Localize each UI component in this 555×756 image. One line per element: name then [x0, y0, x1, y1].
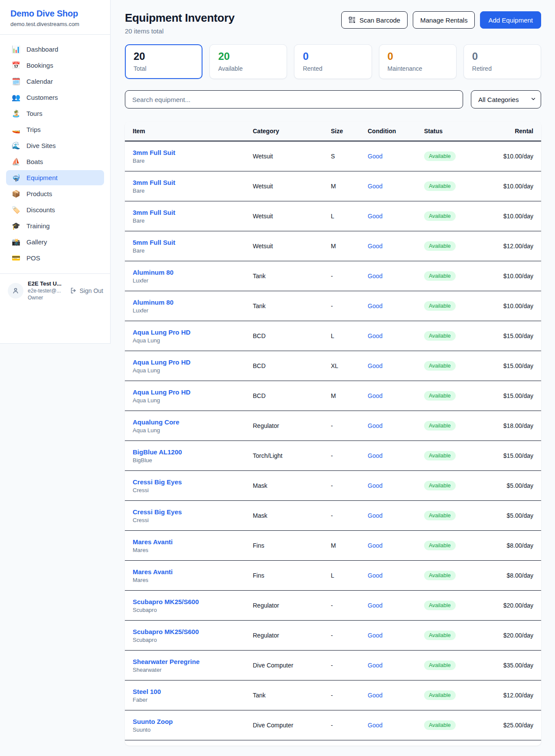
person-icon: [12, 287, 20, 295]
condition-link[interactable]: Good: [368, 153, 382, 160]
size-cell: -: [331, 722, 368, 729]
sidebar-item-trips[interactable]: 🚤 Trips: [6, 122, 104, 137]
item-link[interactable]: Aluminum 80: [133, 299, 253, 306]
sidebar-item-gallery[interactable]: 📸 Gallery: [6, 234, 104, 250]
sidebar-item-products[interactable]: 📦 Products: [6, 186, 104, 201]
item-brand: Bare: [133, 217, 253, 224]
stat-label: Retired: [472, 65, 532, 72]
sidebar-item-bookings[interactable]: 📅 Bookings: [6, 58, 104, 73]
condition-link[interactable]: Good: [368, 632, 382, 639]
sidebar-item-equipment[interactable]: 🤿 Equipment: [6, 170, 104, 185]
stat-card-maintenance[interactable]: 0 Maintenance: [379, 44, 457, 79]
category-select[interactable]: All Categories: [471, 90, 541, 108]
condition-link[interactable]: Good: [368, 452, 382, 459]
condition-link[interactable]: Good: [368, 572, 382, 579]
condition-link[interactable]: Good: [368, 512, 382, 519]
item-brand: Shearwater: [133, 667, 253, 673]
status-cell: Available: [424, 181, 499, 191]
item-link[interactable]: Cressi Big Eyes: [133, 478, 253, 486]
table-row: Aqua Lung Pro HD Aqua Lung BCD M Good Av…: [125, 381, 541, 411]
stat-card-total[interactable]: 20 Total: [125, 44, 202, 79]
sidebar-item-label: Calendar: [26, 78, 53, 85]
stat-card-rented[interactable]: 0 Rented: [294, 44, 372, 79]
item-link[interactable]: Steel 100: [133, 688, 253, 695]
sidebar-item-calendar[interactable]: 🗓️ Calendar: [6, 74, 104, 89]
item-link[interactable]: Mares Avanti: [133, 568, 253, 575]
condition-link[interactable]: Good: [368, 302, 382, 309]
table-row: Scubapro MK25/S600 Scubapro Regulator - …: [125, 621, 541, 651]
category-cell: Torch/Light: [253, 452, 331, 459]
sidebar-item-discounts[interactable]: 🏷️ Discounts: [6, 202, 104, 217]
condition-link[interactable]: Good: [368, 422, 382, 429]
add-equipment-button[interactable]: Add Equipment: [480, 11, 541, 29]
user-role: Owner: [28, 295, 62, 301]
item-link[interactable]: Scubapro MK25/S600: [133, 628, 253, 635]
condition-cell: Good: [368, 332, 424, 340]
category-cell: Fins: [253, 572, 331, 579]
condition-link[interactable]: Good: [368, 213, 382, 220]
item-cell: Steel 100 Faber: [133, 688, 253, 703]
rental-cell: $20.00/day: [499, 632, 533, 639]
condition-link[interactable]: Good: [368, 602, 382, 609]
item-brand: Cressi: [133, 487, 253, 493]
search-input[interactable]: [125, 90, 463, 108]
sidebar-item-customers[interactable]: 👥 Customers: [6, 90, 104, 105]
condition-link[interactable]: Good: [368, 662, 382, 669]
column-header-condition: Condition: [368, 128, 424, 135]
item-link[interactable]: Aqua Lung Pro HD: [133, 358, 253, 366]
page-heading: Equipment Inventory 20 items total: [125, 11, 235, 35]
sign-out-button[interactable]: Sign Out: [70, 287, 103, 294]
item-link[interactable]: 5mm Full Suit: [133, 239, 253, 246]
condition-link[interactable]: Good: [368, 722, 382, 729]
brand-title[interactable]: Demo Dive Shop: [10, 9, 100, 19]
item-cell: Cressi Big Eyes Cressi: [133, 478, 253, 493]
scan-barcode-button[interactable]: Scan Barcode: [341, 11, 408, 29]
item-link[interactable]: Scubapro MK25/S600: [133, 598, 253, 605]
item-link[interactable]: Aqua Lung Pro HD: [133, 329, 253, 336]
item-link[interactable]: 3mm Full Suit: [133, 149, 253, 156]
sidebar-item-training[interactable]: 🎓 Training: [6, 218, 104, 233]
table-row: 3mm Full Suit Bare Wetsuit S Good Availa…: [125, 141, 541, 171]
status-cell: Available: [424, 511, 499, 520]
condition-link[interactable]: Good: [368, 392, 382, 399]
stats-row: 20 Total 20 Available 0 Rented 0 Mainten…: [125, 44, 541, 79]
item-link[interactable]: 3mm Full Suit: [133, 209, 253, 216]
category-cell: Regulator: [253, 602, 331, 609]
table-row: 3mm Full Suit Bare Wetsuit M Good Availa…: [125, 171, 541, 201]
sidebar-item-dive-sites[interactable]: 🌊 Dive Sites: [6, 138, 104, 153]
status-cell: Available: [424, 271, 499, 281]
rental-cell: $5.00/day: [499, 482, 533, 489]
condition-link[interactable]: Good: [368, 362, 382, 369]
item-link[interactable]: Aluminum 80: [133, 269, 253, 276]
item-link[interactable]: BigBlue AL1200: [133, 448, 253, 456]
status-cell: Available: [424, 361, 499, 371]
category-cell: Tank: [253, 273, 331, 279]
sidebar-item-pos[interactable]: 💳 POS: [6, 250, 104, 266]
condition-link[interactable]: Good: [368, 542, 382, 549]
condition-link[interactable]: Good: [368, 692, 382, 699]
item-link[interactable]: Aqua Lung Pro HD: [133, 388, 253, 396]
status-badge: Available: [424, 241, 456, 251]
item-link[interactable]: Cressi Big Eyes: [133, 508, 253, 516]
tours-icon: 🏝️: [12, 110, 20, 117]
item-cell: Suunto Zoop Suunto: [133, 718, 253, 733]
condition-link[interactable]: Good: [368, 183, 382, 190]
item-link[interactable]: Mares Avanti: [133, 538, 253, 546]
sidebar-item-dashboard[interactable]: 📊 Dashboard: [6, 42, 104, 57]
dive-sites-icon: 🌊: [12, 142, 20, 149]
item-link[interactable]: 3mm Full Suit: [133, 179, 253, 186]
item-link[interactable]: Shearwater Peregrine: [133, 658, 253, 665]
stat-card-retired[interactable]: 0 Retired: [464, 44, 541, 79]
condition-link[interactable]: Good: [368, 273, 382, 279]
condition-link[interactable]: Good: [368, 482, 382, 489]
sidebar-item-tours[interactable]: 🏝️ Tours: [6, 106, 104, 121]
condition-link[interactable]: Good: [368, 243, 382, 250]
stat-card-available[interactable]: 20 Available: [209, 44, 287, 79]
column-header-category: Category: [253, 128, 331, 135]
sidebar-item-boats[interactable]: ⛵ Boats: [6, 154, 104, 169]
manage-rentals-button[interactable]: Manage Rentals: [413, 11, 475, 29]
item-link[interactable]: Aqualung Core: [133, 418, 253, 426]
item-link[interactable]: Suunto Zoop: [133, 718, 253, 725]
condition-link[interactable]: Good: [368, 332, 382, 339]
user-block: E2E Test U... e2e-tester@... Owner Sign …: [0, 273, 110, 307]
